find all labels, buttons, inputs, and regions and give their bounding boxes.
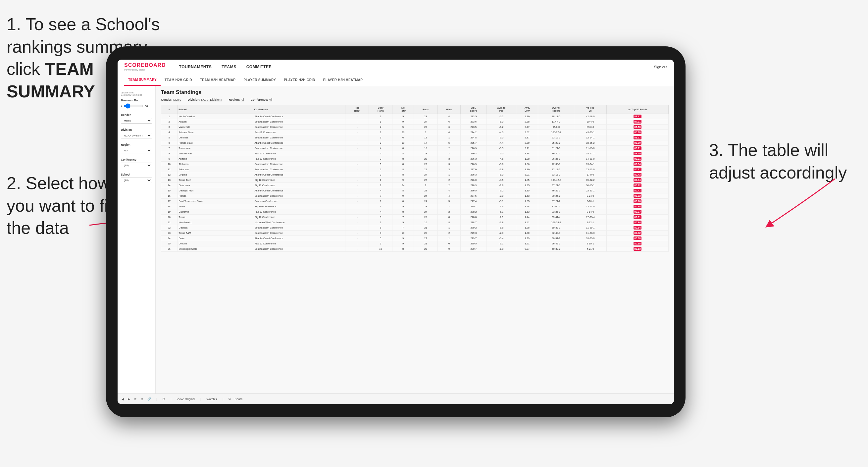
table-cell: 9 [393,204,414,209]
table-cell: 24 [414,199,437,204]
table-cell: 88-17-0 [538,114,574,119]
table-cell: 30-15-1 [574,183,607,188]
col-wins[interactable]: Wins [437,105,461,114]
table-cell: 6 [437,125,461,130]
table-cell: -6.2 [487,188,516,193]
filter-division-select[interactable]: NCAA Division I [121,133,152,138]
table-cell: Duke [177,236,253,241]
toolbar-clock[interactable]: ⏱ [162,398,165,401]
table-cell: -6.0 [487,151,516,156]
filter-conference-select[interactable]: (All) [121,163,152,168]
conference-filter-label: Conference: All [251,98,272,101]
table-cell: 33-25-2 [574,141,607,146]
division-value[interactable]: NCAA Division I [201,98,222,101]
table-cell: 1 [369,178,393,183]
table-cell: - [345,119,369,125]
toolbar-refresh[interactable]: ↺ [134,398,137,401]
table-cell: 17-9-0 [574,172,607,178]
filter-range-max: 30 [145,105,148,107]
table-cell: 7 [393,225,414,230]
sub-nav-player-h2h-heatmap[interactable]: PLAYER H2H HEATMAP [319,74,367,86]
toolbar-link[interactable]: 🔗 [147,398,151,401]
col-rank[interactable]: # [161,105,178,114]
filter-region-select[interactable]: N/A [121,148,152,153]
table-cell: 1 [369,130,393,135]
col-overall[interactable]: OverallRecord [538,105,574,114]
table-cell: 1 [369,114,393,119]
table-cell: - [345,162,369,167]
col-avg-low[interactable]: Avg.Low [516,105,538,114]
table-cell: 80.43 [607,172,668,178]
table-cell: Washington [177,151,253,156]
table-cell: 0.7 [487,215,516,220]
col-adj-score[interactable]: Adj.Score [461,105,487,114]
table-cell: 2 [437,178,461,183]
col-vs-top50[interactable]: Vs Top 50 Points [607,105,668,114]
col-avg-par[interactable]: Avg. toPar [487,105,516,114]
table-cell: 1.86 [516,162,538,167]
table-cell: - [345,183,369,188]
gender-value[interactable]: Men's [173,98,181,101]
sub-nav-player-h2h-grid[interactable]: PLAYER H2H GRID [280,74,319,86]
table-cell: 24 [414,193,437,199]
table-cell: 18 [414,146,437,151]
sub-nav-team-summary[interactable]: TEAM SUMMARY [124,74,161,86]
table-cell: 15-32-2 [574,178,607,183]
conference-value[interactable]: All [269,98,272,101]
table-cell: 2 [437,230,461,236]
filter-region-label: Region [121,143,152,146]
table-cell: 2.20 [516,141,538,146]
table-cell: 72-30-1 [538,162,574,167]
col-conf-rank[interactable]: ConfRank [369,105,393,114]
tablet-screen: SCOREBOARD Powered by clippi TOURNAMENTS… [118,60,674,404]
table-cell: - [345,156,369,162]
sub-nav-team-h2h-grid[interactable]: TEAM H2H GRID [161,74,196,86]
filter-conference: Conference (All) [121,158,152,168]
table-cell: 60-39-2 [538,246,574,252]
filter-gender-select[interactable]: Men's [121,118,152,124]
nav-teams[interactable]: TEAMS [222,65,237,69]
table-cell: 1 [437,236,461,241]
table-cell: 4 [437,188,461,193]
col-no-tour[interactable]: NoTour [393,105,414,114]
table-cell: 4-21-0 [574,246,607,252]
toolbar-zoom-in[interactable]: ⊕ [141,398,144,401]
table-cell: 14 [161,183,178,188]
col-school[interactable]: School [177,105,253,114]
table-cell: -6.2 [487,114,516,119]
table-cell: 63-15-1 [538,135,574,141]
table-cell: 42-18-0 [574,114,607,119]
filter-school-select[interactable]: (All) [121,178,152,183]
table-cell: 23 [414,204,437,209]
toolbar-share[interactable]: Share [235,398,242,401]
toolbar-view-original[interactable]: View: Original [177,398,195,401]
col-conference[interactable]: Conference [253,105,345,114]
table-cell: 4 [437,130,461,135]
toolbar-back[interactable]: ◀ [122,398,124,401]
toolbar-watch[interactable]: Watch ▾ [206,398,217,401]
table-cell: -3.6 [487,162,516,167]
table-cell: Big 12 Conference [253,215,345,220]
table-cell: East Tennessee State [177,199,253,204]
region-value[interactable]: All [241,98,244,101]
table-cell: 5 [437,199,461,204]
sign-out-button[interactable]: Sign out [654,65,667,69]
main-nav: TOURNAMENTS TEAMS COMMITTEE [179,65,654,69]
table-cell: 12-13-0 [574,204,607,209]
toolbar-forward[interactable]: ▶ [128,398,130,401]
sub-nav-player-summary[interactable]: PLAYER SUMMARY [240,74,280,86]
filter-range-input[interactable] [124,103,144,108]
table-cell: 275.7 [461,141,487,146]
nav-tournaments[interactable]: TOURNAMENTS [179,65,212,69]
table-cell: -4.6 [487,156,516,162]
table-cell: 82-05-1 [538,204,574,209]
nav-committee[interactable]: COMMITTEE [246,65,272,69]
table-cell: 11-19-0 [574,146,607,151]
table-row: 16FloridaSoutheastern Conference-7924427… [161,193,669,199]
col-rnds[interactable]: Rnds [414,105,437,114]
col-reg-rank[interactable]: RegRank [345,105,369,114]
table-cell: 2 [161,119,178,125]
sub-nav-team-h2h-heatmap[interactable]: TEAM H2H HEATMAP [196,74,240,86]
table-cell: -5.0 [487,135,516,141]
col-vs-top25[interactable]: Vs Top25 [574,105,607,114]
